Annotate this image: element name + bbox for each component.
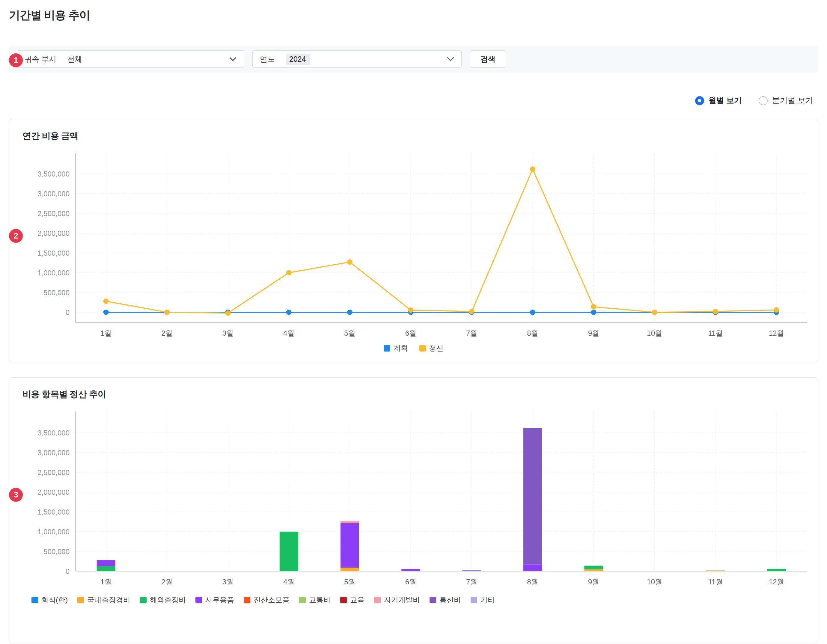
bar-segment[interactable] [97, 566, 115, 571]
x-axis-label: 3월 [222, 329, 234, 337]
quarterly-view-label: 분기별 보기 [772, 95, 813, 106]
legend-swatch-icon [429, 597, 436, 603]
monthly-view-label: 월별 보기 [708, 95, 742, 106]
bar-segment[interactable] [462, 570, 481, 571]
category-settlement-card: 비용 항목별 정산 추이 0500,0001,000,0001,500,0002… [9, 377, 818, 643]
legend-swatch-icon [374, 597, 381, 603]
data-point[interactable] [408, 307, 414, 313]
legend-item[interactable]: 통신비 [429, 595, 461, 605]
data-point[interactable] [530, 166, 535, 172]
data-point[interactable] [591, 310, 596, 315]
annual-cost-card-title: 연간 비용 금액 [22, 130, 813, 142]
year-select[interactable]: 연도 2024 [253, 50, 462, 68]
x-axis-label: 3월 [222, 578, 234, 586]
bar-segment[interactable] [340, 568, 359, 571]
legend-item[interactable]: 교육 [340, 595, 365, 605]
annotation-badge-1: 1 [9, 53, 23, 67]
legend-item[interactable]: 자기개발비 [374, 595, 420, 605]
x-axis-label: 9월 [588, 329, 599, 337]
page-title: 기간별 비용 추이 [9, 8, 818, 23]
data-point[interactable] [347, 259, 353, 265]
bar-segment[interactable] [584, 569, 603, 571]
x-axis-label: 7월 [466, 329, 477, 337]
legend-item[interactable]: 해외출장비 [140, 595, 186, 605]
legend-label: 정산 [429, 343, 444, 353]
legend-swatch-icon [299, 597, 306, 603]
department-select[interactable]: 귀속 부서 전체 [17, 50, 244, 68]
annual-cost-card: 연간 비용 금액 0500,0001,000,0001,500,0002,000… [9, 119, 818, 363]
data-point[interactable] [164, 310, 170, 315]
legend-swatch-icon [140, 597, 147, 603]
legend-label: 통신비 [439, 595, 461, 605]
bar-segment[interactable] [523, 564, 542, 571]
bar-segment[interactable] [767, 569, 786, 571]
legend-swatch-icon [340, 597, 347, 603]
legend-item[interactable]: 기타 [471, 595, 495, 605]
bar-segment[interactable] [97, 560, 115, 566]
data-point[interactable] [530, 310, 535, 315]
data-point[interactable] [286, 270, 292, 275]
data-point[interactable] [591, 304, 596, 310]
view-toggle: 월별 보기 분기별 보기 [9, 95, 818, 106]
data-point[interactable] [774, 307, 779, 313]
y-axis-label: 3,500,000 [37, 429, 70, 437]
bar-segment[interactable] [706, 570, 725, 571]
y-axis-label: 1,000,000 [37, 528, 70, 536]
annotation-badge-2: 2 [9, 229, 23, 243]
bar-segment[interactable] [401, 569, 420, 571]
bar-segment[interactable] [340, 523, 359, 568]
bar-segment[interactable] [280, 532, 298, 571]
x-axis-label: 11월 [708, 329, 723, 337]
quarterly-view-radio[interactable]: 분기별 보기 [759, 95, 813, 106]
data-point[interactable] [225, 310, 231, 316]
y-axis-label: 2,000,000 [37, 488, 70, 496]
x-axis-label: 2월 [161, 578, 172, 586]
chevron-down-icon [447, 57, 454, 61]
radio-checked-icon [695, 96, 704, 105]
data-point[interactable] [286, 310, 292, 315]
x-axis-label: 1월 [100, 578, 111, 586]
legend-swatch-icon [244, 597, 250, 603]
bar-segment[interactable] [340, 521, 359, 523]
data-point[interactable] [469, 309, 474, 314]
x-axis-label: 4월 [283, 329, 294, 337]
y-axis-label: 3,500,000 [37, 170, 70, 178]
category-settlement-bar-chart: 0500,0001,000,0001,500,0002,000,0002,500… [14, 404, 811, 590]
legend-item[interactable]: 회식(한) [31, 595, 68, 605]
legend-swatch-icon [419, 345, 426, 351]
data-point[interactable] [103, 310, 109, 315]
legend-swatch-icon [77, 597, 84, 603]
legend-item[interactable]: 전산소모품 [244, 595, 290, 605]
legend-label: 해외출장비 [150, 595, 186, 605]
category-settlement-card-title: 비용 항목별 정산 추이 [22, 388, 813, 400]
department-label: 귀속 부서 [24, 54, 56, 64]
y-axis-label: 1,500,000 [37, 249, 70, 257]
series-line [106, 169, 777, 313]
legend-item[interactable]: 계획 [384, 343, 408, 353]
annotation-badge-3: 3 [9, 488, 23, 502]
legend-label: 회식(한) [41, 595, 68, 605]
y-axis-label: 3,000,000 [37, 190, 70, 198]
y-axis-label: 1,000,000 [37, 269, 70, 277]
y-axis-label: 0 [66, 308, 70, 317]
y-axis-label: 0 [66, 567, 70, 575]
legend-swatch-icon [384, 345, 390, 351]
legend-label: 기타 [481, 595, 495, 605]
bar-segment[interactable] [523, 428, 542, 564]
monthly-view-radio[interactable]: 월별 보기 [695, 95, 742, 106]
legend-item[interactable]: 정산 [419, 343, 444, 353]
data-point[interactable] [652, 310, 657, 315]
legend-item[interactable]: 국내출장경비 [77, 595, 130, 605]
data-point[interactable] [103, 298, 109, 304]
y-axis-label: 2,500,000 [37, 468, 70, 477]
legend-swatch-icon [31, 597, 38, 603]
y-axis-label: 2,500,000 [37, 209, 70, 218]
legend-label: 전산소모품 [254, 595, 290, 605]
data-point[interactable] [713, 309, 718, 314]
legend-item[interactable]: 사무용품 [195, 595, 234, 605]
x-axis-label: 10월 [647, 329, 662, 337]
data-point[interactable] [347, 310, 353, 315]
legend-item[interactable]: 교통비 [299, 595, 331, 605]
bar-segment[interactable] [584, 566, 603, 569]
search-button[interactable]: 검색 [470, 50, 506, 68]
